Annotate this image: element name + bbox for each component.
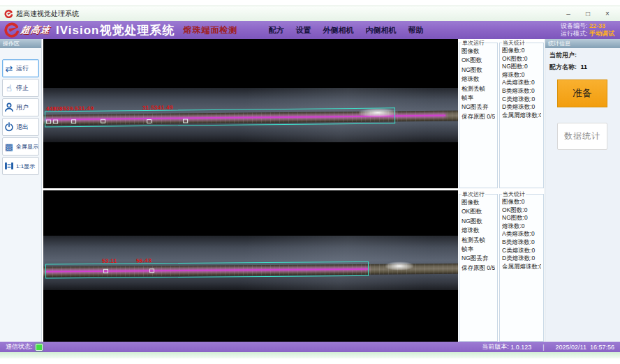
- one-to-one-icon: [4, 161, 14, 171]
- stat-row: OK图数: [462, 207, 495, 216]
- hand-stop-icon: ☝: [3, 83, 15, 93]
- status-bar: 通信状态: 当前版本: 1.0.123 | 2025/02/11 16:57:5…: [0, 342, 620, 352]
- feature-box: [149, 268, 154, 273]
- measurement-annotation: 53.11: [102, 258, 117, 264]
- detection-overlay: 53.11 56.43: [43, 190, 458, 342]
- stat-row: 熔珠数: [462, 226, 495, 235]
- menu-item[interactable]: 外侧相机: [323, 25, 353, 36]
- measurement-annotation: 31.5341.49: [142, 105, 173, 111]
- window-title: 超高速视觉处理系统: [16, 9, 79, 19]
- stat-row: 熔珠数: [462, 75, 495, 84]
- page-subtitle: 熔珠端面检测: [183, 24, 237, 36]
- stat-row: 帧率: [462, 245, 495, 254]
- brand-name: 超高速: [20, 24, 51, 36]
- stat-row: 检测丢帧: [462, 236, 495, 245]
- stats-info-header: 统计信息: [545, 39, 620, 48]
- menu-item[interactable]: 帮助: [408, 25, 423, 36]
- current-user-row: 当前用户:: [545, 48, 620, 60]
- stat-row: 图像数:0: [502, 47, 541, 55]
- detection-overlay: 44808539.531.49 31.5341.49: [43, 39, 458, 188]
- recipe-name-label: 配方名称:: [549, 63, 577, 70]
- minimize-button[interactable]: –: [564, 10, 573, 17]
- group-title: 当天统计: [502, 190, 526, 198]
- menu-item[interactable]: 设置: [295, 25, 311, 36]
- stat-row: A类熔珠数:0: [502, 230, 541, 238]
- feature-box: [103, 269, 108, 273]
- menu-item[interactable]: 配方: [268, 25, 283, 36]
- feature-box: [46, 120, 51, 124]
- inner-camera-stats: 单次运行 图像数OK图数NG图数熔珠数检测丢帧帧率NG图丢弃保存原图 0/500…: [459, 190, 544, 342]
- datetime: 2025/02/11 16:57:56: [556, 344, 614, 351]
- stat-row: OK图数:0: [502, 206, 541, 215]
- close-button[interactable]: ×: [603, 10, 612, 17]
- fullscreen-button[interactable]: ▩ 全屏显示: [2, 137, 39, 156]
- exit-button[interactable]: 退出: [2, 118, 39, 136]
- run-icon: ⇄: [3, 63, 15, 74]
- stat-row: 熔珠数:0: [502, 222, 541, 231]
- measurement-annotation: 44808539.531.49: [46, 105, 94, 112]
- measurement-annotation: 56.43: [136, 257, 152, 264]
- stat-row: D类熔珠数:0: [502, 103, 541, 112]
- operation-buttons: ⇄ 运行 ☝ 停止 用户 退出: [0, 48, 41, 175]
- stat-row: D类熔珠数:0: [502, 255, 541, 263]
- one-to-one-button[interactable]: 1:1显示: [2, 157, 39, 175]
- app-window: 超高速视觉处理系统 – □ × 超高速 IVision视觉处理系统 熔珠端面检测…: [0, 0, 620, 364]
- current-user-label: 当前用户:: [549, 52, 577, 59]
- reflection-highlight: [359, 108, 397, 117]
- single-run-group: 单次运行 图像数OK图数NG图数熔珠数检测丢帧帧率NG图丢弃保存原图 0/500: [459, 190, 498, 342]
- user-button[interactable]: 用户: [2, 98, 39, 116]
- stat-row: NG图丢弃: [462, 254, 495, 263]
- operation-sidebar: 操作区 ⇄ 运行 ☝ 停止 用户 退: [0, 39, 42, 342]
- prepare-button[interactable]: 准备: [557, 79, 607, 107]
- statistics-area: 单次运行 图像数OK图数NG图数熔珠数检测丢帧帧率NG图丢弃保存原图 0/500…: [459, 39, 544, 342]
- stop-button[interactable]: ☝ 停止: [2, 79, 39, 97]
- single-run-group: 单次运行 图像数OK图数NG图数熔珠数检测丢帧帧率NG图丢弃保存原图 0/500: [459, 39, 498, 188]
- stat-row: 图像数: [462, 198, 495, 207]
- device-number-label: 设备编号:: [561, 22, 588, 29]
- detection-box: [45, 107, 395, 127]
- fullscreen-icon: ▩: [3, 142, 15, 152]
- run-button[interactable]: ⇄ 运行: [2, 59, 39, 77]
- run-mode-value: 手动调试: [589, 30, 614, 37]
- feature-box: [101, 119, 105, 123]
- version-label: 当前版本:: [482, 342, 509, 351]
- run-mode-label: 运行模式:: [561, 30, 588, 37]
- outer-camera-view[interactable]: 44808539.531.49 31.5341.49: [43, 39, 458, 188]
- info-panel: 统计信息 当前用户: 配方名称: 11 准备 数据统计: [545, 39, 620, 342]
- version-info: 当前版本: 1.0.123 | 2025/02/11 16:57:56: [482, 342, 614, 351]
- feature-box: [183, 119, 188, 123]
- reflection-highlight: [385, 261, 413, 270]
- stat-row: 帧率: [462, 93, 495, 103]
- window-titlebar: 超高速视觉处理系统 – □ ×: [0, 6, 620, 21]
- stat-row: 检测丢帧: [462, 84, 495, 93]
- brand-logo-icon: [3, 22, 20, 38]
- window-controls: – □ ×: [564, 10, 616, 17]
- stat-row: NG图数:0: [502, 63, 541, 71]
- operation-area-header: 操作区: [0, 39, 41, 48]
- device-number-value: 22-33: [589, 22, 605, 29]
- group-title: 当天统计: [502, 39, 526, 47]
- stat-row: B类熔珠数:0: [502, 238, 541, 247]
- stat-row: 保存原图 0/500: [462, 112, 495, 121]
- feature-box: [53, 119, 58, 123]
- stat-row: NG图数: [462, 66, 495, 75]
- stat-row: 金属屑熔珠数:0: [502, 112, 541, 120]
- taskbar-strip: [0, 352, 620, 358]
- feature-box: [71, 119, 76, 123]
- stat-row: C类熔珠数:0: [502, 247, 541, 255]
- today-stats-group: 当天统计 图像数:0OK图数:0NG图数:0熔珠数:0A类熔珠数:0B类熔珠数:…: [499, 39, 544, 188]
- stat-row: 金属屑熔珠数:0: [502, 263, 541, 271]
- power-icon: [4, 122, 14, 132]
- inner-camera-view[interactable]: 53.11 56.43: [43, 190, 458, 342]
- stat-row: NG图数: [462, 217, 495, 226]
- stat-row: A类熔珠数:0: [502, 79, 541, 87]
- menu-item[interactable]: 内侧相机: [365, 25, 396, 36]
- stat-row: 图像数:0: [502, 198, 541, 206]
- stat-row: 图像数: [462, 47, 495, 56]
- feature-box: [147, 119, 152, 123]
- version-value: 1.0.123: [510, 344, 531, 351]
- camera-views: 44808539.531.49 31.5341.49 53.11 56.43: [43, 39, 458, 342]
- maximize-button[interactable]: □: [584, 10, 592, 17]
- stat-row: 熔珠数:0: [502, 71, 541, 79]
- data-statistics-button[interactable]: 数据统计: [557, 123, 607, 150]
